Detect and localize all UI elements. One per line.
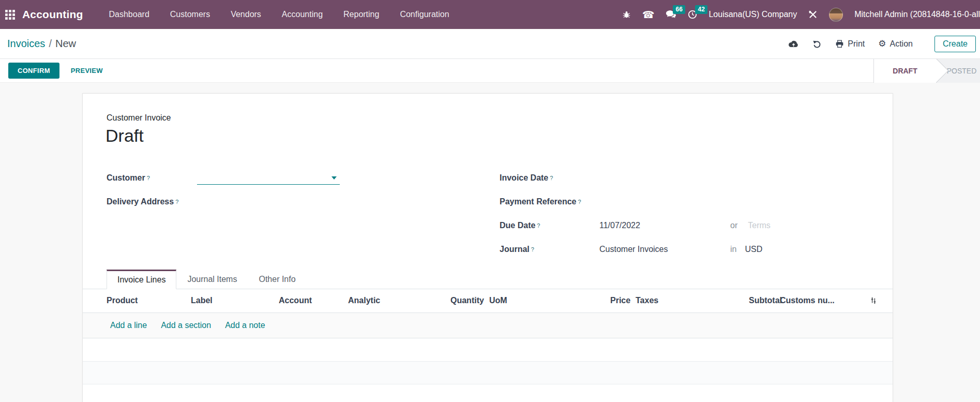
due-date-value[interactable]: 11/07/2022 <box>599 221 640 230</box>
or-text: or <box>730 221 737 230</box>
messages-count-badge: 66 <box>673 5 685 14</box>
printer-icon <box>835 40 844 48</box>
due-date-help-marker[interactable]: ? <box>537 222 540 229</box>
menu-item-accounting[interactable]: Accounting <box>282 10 323 19</box>
payment-reference-field-row: Payment Reference ? <box>500 195 581 209</box>
gear-icon: ⚙ <box>878 39 886 48</box>
invoice-date-label: Invoice Date <box>500 173 548 183</box>
journal-field-row: Journal ? <box>500 243 534 256</box>
col-quantity: Quantity <box>450 296 484 305</box>
tab-other-info[interactable]: Other Info <box>248 270 306 289</box>
bug-icon <box>622 10 631 19</box>
breadcrumb-invoices-link[interactable]: Invoices <box>7 38 45 50</box>
topbar: Accounting Dashboard Customers Vendors A… <box>0 0 980 29</box>
due-date-terms-wrap: or Terms <box>730 219 771 232</box>
add-a-line-link[interactable]: Add a line <box>110 321 147 330</box>
delivery-address-input[interactable] <box>197 195 311 207</box>
app-window: Accounting Dashboard Customers Vendors A… <box>0 0 980 402</box>
print-button[interactable]: Print <box>835 39 865 49</box>
invoice-lines-header: Product Label Account Analytic Quantity … <box>83 289 893 313</box>
payment-reference-input[interactable] <box>599 195 713 207</box>
menu-item-reporting[interactable]: Reporting <box>343 10 379 19</box>
menu-item-configuration[interactable]: Configuration <box>400 10 449 19</box>
empty-line-row <box>83 338 893 362</box>
chevron-down-icon[interactable] <box>331 176 337 180</box>
document-type-label: Customer Invoice <box>107 113 171 123</box>
breadcrumb: Invoices / New <box>7 38 76 50</box>
col-label: Label <box>191 296 213 305</box>
invoice-sheet: Customer Invoice Draft Customer ? Delive… <box>82 93 893 402</box>
activities-count-badge: 42 <box>695 5 707 14</box>
confirm-button[interactable]: CONFIRM <box>8 63 59 79</box>
topbar-menu: Dashboard Customers Vendors Accounting R… <box>109 10 449 19</box>
messages-icon[interactable]: 66 <box>666 10 676 19</box>
support-tools-icon[interactable] <box>808 10 818 19</box>
due-date-value-wrap: 11/07/2022 <box>599 219 640 232</box>
tab-journal-items[interactable]: Journal Items <box>176 270 248 289</box>
col-account: Account <box>279 296 312 305</box>
action-button[interactable]: ⚙ Action <box>878 39 913 49</box>
payment-reference-label: Payment Reference <box>500 197 577 206</box>
journal-value-wrap: Customer Invoices <box>599 243 668 256</box>
user-avatar[interactable] <box>829 8 843 22</box>
tab-invoice-lines[interactable]: Invoice Lines <box>107 270 176 289</box>
debug-bug-icon[interactable] <box>622 10 631 19</box>
apps-grid-icon[interactable] <box>5 10 15 20</box>
journal-value[interactable]: Customer Invoices <box>599 245 668 254</box>
create-button[interactable]: Create <box>934 36 976 52</box>
col-subtotal: Subtotal <box>749 296 782 305</box>
menu-item-vendors[interactable]: Vendors <box>231 10 261 19</box>
menu-item-customers[interactable]: Customers <box>170 10 210 19</box>
in-text: in <box>730 245 736 254</box>
discard-undo-button[interactable] <box>812 39 822 49</box>
status-step-draft[interactable]: DRAFT <box>874 59 936 83</box>
wrench-screwdriver-icon <box>808 10 818 19</box>
column-sliders-icon <box>870 297 877 304</box>
delivery-address-label: Delivery Address <box>107 197 174 206</box>
grid-icon <box>5 10 15 20</box>
statusbar: CONFIRM PREVIEW DRAFT POSTED <box>0 58 980 83</box>
col-analytic: Analytic <box>348 296 380 305</box>
col-customs-number: Customs nu... <box>780 296 835 305</box>
add-a-section-link[interactable]: Add a section <box>161 321 211 330</box>
customer-input[interactable] <box>197 171 340 185</box>
unsaved-changes-cloud-button[interactable] <box>788 40 799 48</box>
topbar-right: ☎ 66 42 Louisana(US) Company <box>612 8 980 22</box>
due-date-label: Due Date <box>500 221 535 230</box>
journal-label: Journal <box>500 245 530 254</box>
app-title[interactable]: Accounting <box>22 8 83 21</box>
breadcrumb-current: New <box>55 38 76 50</box>
control-panel: Invoices / New <box>0 29 980 58</box>
customer-help-marker[interactable]: ? <box>147 175 150 181</box>
delivery-address-field-row: Delivery Address ? <box>107 195 178 209</box>
delivery-address-help-marker[interactable]: ? <box>175 199 178 205</box>
preview-button[interactable]: PREVIEW <box>71 67 103 75</box>
col-product: Product <box>107 296 138 305</box>
optional-columns-button[interactable] <box>870 297 877 306</box>
invoice-date-field-row: Invoice Date ? <box>500 171 553 185</box>
status-steps: DRAFT POSTED <box>873 59 980 83</box>
print-label: Print <box>848 39 865 49</box>
notebook-tabs: Invoice Lines Journal Items Other Info <box>83 270 893 289</box>
col-uom: UoM <box>489 296 507 305</box>
invoice-date-input[interactable] <box>599 171 713 184</box>
user-menu[interactable]: Mitchell Admin (20814848-16-0-all <box>854 10 980 19</box>
customer-label: Customer <box>107 173 145 183</box>
terms-placeholder[interactable]: Terms <box>748 221 771 230</box>
invoice-date-help-marker[interactable]: ? <box>550 175 553 181</box>
menu-item-dashboard[interactable]: Dashboard <box>109 10 149 19</box>
currency-value[interactable]: USD <box>745 245 762 254</box>
company-switcher[interactable]: Louisana(US) Company <box>708 10 797 19</box>
journal-help-marker[interactable]: ? <box>531 246 534 252</box>
topbar-left: Accounting Dashboard Customers Vendors A… <box>5 8 449 21</box>
col-taxes: Taxes <box>636 296 658 305</box>
phone-icon[interactable]: ☎ <box>642 10 655 20</box>
empty-line-row <box>83 362 893 384</box>
payment-reference-help-marker[interactable]: ? <box>578 199 581 205</box>
activities-icon[interactable]: 42 <box>688 10 697 19</box>
add-a-note-link[interactable]: Add a note <box>225 321 265 330</box>
customer-field-row: Customer ? <box>107 171 150 185</box>
cloud-upload-icon <box>788 40 799 48</box>
undo-icon <box>812 39 822 49</box>
control-panel-actions: Print ⚙ Action Create <box>788 36 976 52</box>
